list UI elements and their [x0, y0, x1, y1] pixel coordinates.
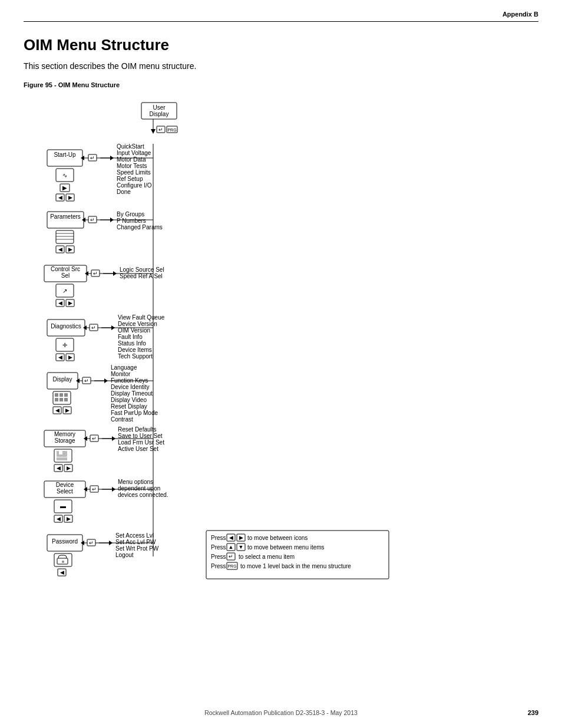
svg-text:Display: Display [53, 376, 72, 383]
svg-text:Device: Device [56, 482, 74, 488]
svg-rect-99 [64, 398, 68, 401]
svg-text:devices connected.: devices connected. [118, 492, 168, 498]
figure-caption: Figure 95 - OIM Menu Structure [24, 81, 538, 88]
svg-text:Device Items: Device Items [118, 347, 152, 353]
svg-text:▼: ▼ [239, 544, 244, 550]
svg-text:PRG: PRG [227, 564, 236, 568]
svg-text:Press: Press [211, 544, 226, 551]
svg-rect-97 [55, 398, 58, 401]
svg-text:to move between icons: to move between icons [247, 535, 308, 541]
svg-text:to move between menu items: to move between menu items [247, 544, 325, 551]
svg-text:▲: ▲ [229, 544, 234, 550]
svg-marker-49 [110, 218, 114, 222]
svg-text:↵: ↵ [90, 155, 95, 161]
svg-text:to select a menu item: to select a menu item [239, 554, 295, 560]
svg-text:Done: Done [117, 189, 131, 195]
svg-text:dependent upon: dependent upon [118, 485, 160, 492]
svg-text:Memory: Memory [54, 431, 75, 437]
svg-text:View Fault Queue: View Fault Queue [118, 314, 165, 321]
svg-text:Password: Password [52, 538, 78, 545]
svg-text:Press: Press [211, 554, 226, 560]
svg-text:Save to User Set: Save to User Set [118, 433, 163, 439]
svg-marker-171 [109, 541, 113, 545]
svg-text:Input Voltage: Input Voltage [117, 150, 151, 156]
svg-text:Fast PwrUp Mode: Fast PwrUp Mode [111, 410, 158, 416]
svg-text:Status Info: Status Info [118, 340, 146, 347]
diagram-svg: .lbl { font-family: Arial, Helvetica, sa… [24, 97, 395, 580]
appendix-label: Appendix B [503, 11, 538, 18]
svg-text:Device Identity: Device Identity [111, 384, 150, 390]
svg-text:Display: Display [150, 111, 169, 117]
svg-rect-98 [59, 398, 63, 401]
svg-text:↵: ↵ [90, 217, 95, 223]
svg-rect-36 [56, 230, 74, 243]
svg-text:Active User Set: Active User Set [118, 446, 158, 452]
svg-text:P Numbers: P Numbers [117, 218, 146, 224]
svg-text:▶: ▶ [62, 185, 67, 191]
svg-text:Start-Up: Start-Up [54, 151, 76, 158]
svg-text:↗: ↗ [62, 288, 67, 294]
svg-text:Logout: Logout [115, 552, 134, 558]
svg-text:Monitor: Monitor [111, 371, 131, 377]
page-footer: Rockwell Automation Publication D2-3518-… [0, 709, 562, 716]
svg-text:Reset Defaults: Reset Defaults [118, 426, 157, 433]
svg-marker-83 [111, 325, 115, 330]
svg-text:Speed Ref A Sel: Speed Ref A Sel [120, 273, 163, 279]
svg-rect-94 [55, 393, 58, 397]
svg-text:Fault Info: Fault Info [118, 334, 143, 340]
svg-text:Press: Press [211, 563, 226, 569]
publication-info: Rockwell Automation Publication D2-3518-… [204, 709, 358, 716]
svg-text:▶: ▶ [239, 535, 243, 541]
svg-text:↵: ↵ [92, 486, 97, 492]
svg-text:▶: ▶ [67, 465, 71, 471]
page-number: 239 [528, 709, 538, 716]
svg-text:◀: ◀ [58, 300, 62, 306]
svg-text:Contrast: Contrast [111, 416, 133, 423]
svg-text:Device Version: Device Version [118, 321, 157, 327]
svg-text:Language: Language [111, 364, 137, 371]
svg-text:↵: ↵ [229, 554, 233, 559]
section-title: OIM Menu Structure [24, 36, 538, 54]
svg-text:◀: ◀ [60, 569, 64, 575]
diagram-container: .lbl { font-family: Arial, Helvetica, sa… [24, 97, 538, 580]
svg-text:Speed Limits: Speed Limits [117, 169, 151, 176]
svg-text:▶: ▶ [65, 407, 70, 413]
svg-rect-125 [57, 457, 67, 460]
svg-rect-95 [59, 393, 63, 397]
svg-text:By Groups: By Groups [117, 211, 144, 218]
svg-text:Reset Display: Reset Display [111, 403, 147, 410]
svg-text:▶: ▶ [68, 195, 72, 200]
svg-text:Display Video: Display Video [111, 397, 147, 403]
svg-text:▶: ▶ [67, 516, 71, 522]
svg-text:◀: ◀ [229, 535, 233, 541]
svg-marker-154 [112, 487, 115, 492]
svg-text:↵: ↵ [93, 271, 98, 276]
page-header: Appendix B [0, 0, 562, 18]
svg-text:Diagnostics: Diagnostics [51, 323, 81, 330]
svg-text:Press: Press [211, 535, 226, 541]
svg-text:Changed Params: Changed Params [117, 224, 163, 230]
svg-text:to move 1 level back in the me: to move 1 level back in the menu structu… [240, 563, 351, 569]
svg-text:Motor Data: Motor Data [117, 156, 146, 163]
svg-rect-96 [64, 393, 68, 397]
svg-text:User: User [153, 104, 166, 111]
svg-point-163 [62, 561, 64, 563]
svg-marker-135 [112, 436, 115, 441]
svg-text:Motor Tests: Motor Tests [117, 163, 147, 169]
svg-text:Tech Support: Tech Support [118, 353, 153, 360]
svg-text:Ref Setup: Ref Setup [117, 176, 143, 182]
svg-text:QuickStart: QuickStart [117, 143, 144, 150]
svg-text:Set Acc Lvl PW: Set Acc Lvl PW [115, 539, 156, 545]
svg-text:▶: ▶ [68, 300, 72, 306]
svg-text:Logic Source Sel: Logic Source Sel [120, 266, 164, 273]
svg-text:∿: ∿ [62, 172, 67, 179]
svg-marker-67 [113, 271, 117, 276]
svg-text:OIM Version: OIM Version [118, 327, 150, 334]
svg-text:◀: ◀ [58, 354, 62, 360]
svg-text:Function Keys: Function Keys [111, 377, 148, 384]
svg-text:Sel: Sel [61, 272, 70, 279]
svg-text:Storage: Storage [54, 437, 75, 444]
svg-text:◀: ◀ [58, 195, 62, 200]
svg-marker-4 [151, 129, 156, 134]
svg-text:◀: ◀ [57, 465, 61, 471]
